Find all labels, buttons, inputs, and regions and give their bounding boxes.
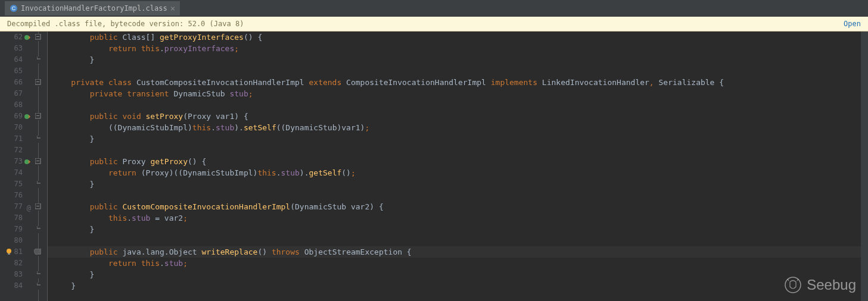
code-line[interactable] bbox=[52, 65, 868, 77]
code-line[interactable]: return this.stub; bbox=[52, 258, 868, 269]
override-icon[interactable] bbox=[24, 33, 31, 40]
line-number: 82 bbox=[0, 258, 23, 269]
line-number: 69 bbox=[0, 111, 23, 122]
code-line[interactable]: ((DynamicStubImpl)this.stub).setSelf((Dy… bbox=[52, 122, 868, 133]
intention-bulb-icon[interactable] bbox=[5, 247, 13, 256]
fold-column bbox=[31, 32, 48, 301]
code-area[interactable]: public Class[] getProxyInterfaces() { re… bbox=[48, 32, 868, 301]
info-message: Decompiled .class file, bytecode version… bbox=[7, 20, 244, 28]
fold-toggle-icon[interactable] bbox=[35, 158, 42, 165]
line-number: 63 bbox=[0, 43, 23, 54]
svg-text:C: C bbox=[12, 5, 16, 11]
line-number: 79 bbox=[0, 224, 23, 235]
svg-rect-26 bbox=[8, 253, 10, 255]
code-line[interactable]: } bbox=[52, 54, 868, 65]
svg-point-4 bbox=[24, 159, 29, 164]
code-line[interactable] bbox=[52, 235, 868, 246]
code-line[interactable]: private transient DynamicStub stub; bbox=[52, 88, 868, 99]
code-line[interactable]: public CustomCompositeInvocationHandlerI… bbox=[52, 201, 868, 212]
line-number: 84 bbox=[0, 280, 23, 291]
line-number: 70 bbox=[0, 122, 23, 133]
tab-bar: C InvocationHandlerFactoryImpl.class × bbox=[0, 0, 868, 17]
code-line[interactable]: } bbox=[52, 269, 868, 280]
code-line[interactable]: } bbox=[52, 280, 868, 291]
code-line[interactable] bbox=[52, 99, 868, 111]
line-number: 75 bbox=[0, 178, 23, 190]
line-number: 65 bbox=[0, 65, 23, 77]
line-number: 73 bbox=[0, 156, 23, 167]
code-line[interactable]: public java.lang.Object writeReplace() t… bbox=[52, 246, 868, 258]
at-sign-icon[interactable]: @ bbox=[24, 203, 31, 210]
fold-toggle-icon[interactable] bbox=[35, 203, 42, 211]
line-number: 64 bbox=[0, 54, 23, 65]
line-number: 71 bbox=[0, 133, 23, 145]
code-line[interactable]: public Class[] getProxyInterfaces() { bbox=[52, 32, 868, 43]
fold-end-icon bbox=[36, 181, 43, 188]
shield-icon[interactable] bbox=[33, 248, 41, 255]
code-line[interactable]: } bbox=[52, 224, 868, 235]
fold-end-icon bbox=[36, 271, 43, 278]
editor[interactable]: 62636465666768697071727374757677@7879808… bbox=[0, 32, 868, 301]
info-bar: Decompiled .class file, bytecode version… bbox=[0, 17, 868, 32]
fold-end-icon bbox=[36, 226, 43, 233]
line-number: 83 bbox=[0, 269, 23, 280]
svg-point-25 bbox=[7, 249, 11, 253]
line-number: 66 bbox=[0, 77, 23, 88]
editor-tab[interactable]: C InvocationHandlerFactoryImpl.class × bbox=[5, 1, 180, 15]
line-number: 78 bbox=[0, 212, 23, 224]
code-line[interactable]: this.stub = var2; bbox=[52, 212, 868, 224]
vertical-scrollbar[interactable] bbox=[861, 32, 868, 301]
close-icon[interactable]: × bbox=[170, 4, 175, 13]
code-line[interactable]: public void setProxy(Proxy var1) { bbox=[52, 111, 868, 122]
override-icon[interactable] bbox=[24, 158, 31, 165]
class-file-icon: C bbox=[10, 4, 18, 12]
code-line[interactable]: public Proxy getProxy() { bbox=[52, 156, 868, 167]
line-number: 67 bbox=[0, 88, 23, 99]
code-line[interactable]: return (Proxy)((DynamicStubImpl)this.stu… bbox=[52, 167, 868, 178]
line-number: 80 bbox=[0, 235, 23, 246]
code-line[interactable]: } bbox=[52, 133, 868, 145]
code-line[interactable]: return this.proxyInterfaces; bbox=[52, 43, 868, 54]
fold-end-icon bbox=[36, 136, 43, 143]
line-number: 76 bbox=[0, 190, 23, 201]
line-number: 68 bbox=[0, 99, 23, 111]
info-open-link[interactable]: Open bbox=[844, 20, 861, 28]
line-number: 77@ bbox=[0, 201, 23, 212]
line-number: 74 bbox=[0, 167, 23, 178]
fold-toggle-icon[interactable] bbox=[35, 34, 42, 41]
code-line[interactable]: } bbox=[52, 178, 868, 190]
fold-end-icon bbox=[36, 283, 43, 290]
svg-point-3 bbox=[24, 114, 29, 119]
line-number-gutter: 62636465666768697071727374757677@7879808… bbox=[0, 32, 31, 301]
tab-filename: InvocationHandlerFactoryImpl.class bbox=[21, 4, 167, 12]
code-line[interactable] bbox=[52, 190, 868, 201]
code-line[interactable] bbox=[52, 145, 868, 156]
line-number: 72 bbox=[0, 145, 23, 156]
fold-end-icon bbox=[36, 57, 43, 64]
line-number: 62 bbox=[0, 32, 23, 43]
fold-toggle-icon[interactable] bbox=[35, 79, 42, 86]
svg-point-2 bbox=[24, 35, 29, 40]
fold-toggle-icon[interactable] bbox=[35, 113, 42, 120]
code-line[interactable]: private class CustomCompositeInvocationH… bbox=[52, 77, 868, 88]
override-icon[interactable] bbox=[24, 112, 31, 120]
